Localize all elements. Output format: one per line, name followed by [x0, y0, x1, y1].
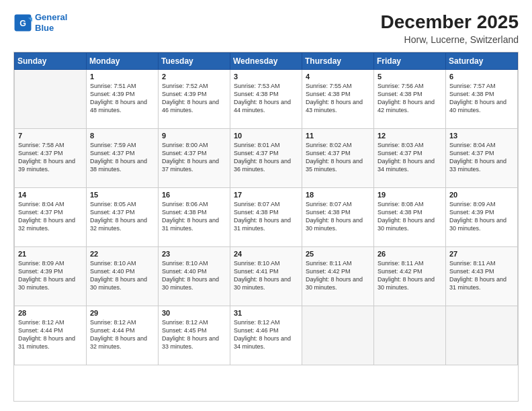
day-number: 28	[18, 309, 83, 317]
page: G General Blue December 2025 Horw, Lucer…	[0, 0, 532, 411]
week-row: 7Sunrise: 7:58 AMSunset: 4:37 PMDaylight…	[15, 128, 518, 187]
calendar-cell: 23Sunrise: 8:10 AMSunset: 4:40 PMDayligh…	[159, 246, 230, 306]
weekday-header: Sunday	[15, 52, 87, 69]
calendar-cell: 18Sunrise: 8:07 AMSunset: 4:38 PMDayligh…	[302, 187, 374, 246]
week-row: 14Sunrise: 8:04 AMSunset: 4:37 PMDayligh…	[15, 187, 518, 246]
calendar-cell: 30Sunrise: 8:12 AMSunset: 4:45 PMDayligh…	[159, 306, 230, 365]
weekday-header: Monday	[87, 52, 159, 69]
day-number: 29	[90, 309, 154, 317]
day-number: 1	[90, 73, 154, 81]
subtitle: Horw, Lucerne, Switzerland	[381, 34, 519, 45]
calendar-cell: 10Sunrise: 8:01 AMSunset: 4:37 PMDayligh…	[230, 128, 302, 187]
day-number: 25	[306, 250, 370, 258]
calendar-cell	[15, 69, 87, 128]
day-info: Sunrise: 8:11 AMSunset: 4:42 PMDaylight:…	[378, 259, 442, 292]
day-number: 27	[449, 250, 514, 258]
day-info: Sunrise: 8:10 AMSunset: 4:40 PMDaylight:…	[162, 259, 226, 292]
day-info: Sunrise: 8:03 AMSunset: 4:37 PMDaylight:…	[378, 141, 442, 174]
day-info: Sunrise: 7:57 AMSunset: 4:38 PMDaylight:…	[449, 82, 514, 115]
calendar-cell: 8Sunrise: 7:59 AMSunset: 4:37 PMDaylight…	[87, 128, 159, 187]
calendar-cell: 3Sunrise: 7:53 AMSunset: 4:38 PMDaylight…	[230, 69, 302, 128]
day-number: 22	[90, 250, 154, 258]
calendar-cell: 28Sunrise: 8:12 AMSunset: 4:44 PMDayligh…	[15, 306, 87, 365]
calendar-cell: 27Sunrise: 8:11 AMSunset: 4:43 PMDayligh…	[446, 246, 518, 306]
day-info: Sunrise: 7:52 AMSunset: 4:39 PMDaylight:…	[162, 82, 226, 115]
day-info: Sunrise: 8:04 AMSunset: 4:37 PMDaylight:…	[449, 141, 514, 174]
calendar-cell: 17Sunrise: 8:07 AMSunset: 4:38 PMDayligh…	[230, 187, 302, 246]
calendar-cell: 26Sunrise: 8:11 AMSunset: 4:42 PMDayligh…	[374, 246, 446, 306]
day-number: 13	[449, 132, 514, 140]
svg-text:G: G	[19, 18, 26, 28]
day-info: Sunrise: 7:53 AMSunset: 4:38 PMDaylight:…	[234, 82, 298, 115]
day-info: Sunrise: 8:11 AMSunset: 4:43 PMDaylight:…	[449, 259, 514, 292]
calendar-cell: 21Sunrise: 8:09 AMSunset: 4:39 PMDayligh…	[15, 246, 87, 306]
day-number: 11	[306, 132, 370, 140]
day-info: Sunrise: 7:59 AMSunset: 4:37 PMDaylight:…	[90, 141, 154, 174]
day-number: 19	[378, 191, 442, 199]
calendar-cell	[374, 306, 446, 365]
week-row: 28Sunrise: 8:12 AMSunset: 4:44 PMDayligh…	[15, 306, 518, 365]
day-number: 20	[449, 191, 514, 199]
day-info: Sunrise: 7:55 AMSunset: 4:38 PMDaylight:…	[306, 82, 370, 115]
calendar-cell: 4Sunrise: 7:55 AMSunset: 4:38 PMDaylight…	[302, 69, 374, 128]
day-info: Sunrise: 8:09 AMSunset: 4:39 PMDaylight:…	[449, 200, 514, 233]
calendar-cell: 22Sunrise: 8:10 AMSunset: 4:40 PMDayligh…	[87, 246, 159, 306]
day-number: 26	[378, 250, 442, 258]
calendar-cell: 7Sunrise: 7:58 AMSunset: 4:37 PMDaylight…	[15, 128, 87, 187]
calendar-header: SundayMondayTuesdayWednesdayThursdayFrid…	[15, 52, 518, 69]
logo-line2: Blue	[35, 23, 54, 33]
calendar-cell: 11Sunrise: 8:02 AMSunset: 4:37 PMDayligh…	[302, 128, 374, 187]
day-number: 17	[234, 191, 298, 199]
main-title: December 2025	[381, 12, 519, 33]
day-info: Sunrise: 8:10 AMSunset: 4:41 PMDaylight:…	[234, 259, 298, 292]
calendar-cell: 29Sunrise: 8:12 AMSunset: 4:44 PMDayligh…	[87, 306, 159, 365]
day-info: Sunrise: 8:12 AMSunset: 4:45 PMDaylight:…	[162, 318, 226, 351]
logo-icon: G	[13, 13, 32, 32]
day-number: 12	[378, 132, 442, 140]
calendar-cell: 15Sunrise: 8:05 AMSunset: 4:37 PMDayligh…	[87, 187, 159, 246]
day-info: Sunrise: 8:12 AMSunset: 4:44 PMDaylight:…	[18, 318, 83, 351]
day-info: Sunrise: 8:08 AMSunset: 4:38 PMDaylight:…	[378, 200, 442, 233]
day-number: 5	[378, 73, 442, 81]
calendar-cell: 5Sunrise: 7:56 AMSunset: 4:38 PMDaylight…	[374, 69, 446, 128]
day-number: 14	[18, 191, 83, 199]
day-number: 2	[162, 73, 226, 81]
day-info: Sunrise: 8:06 AMSunset: 4:38 PMDaylight:…	[162, 200, 226, 233]
day-number: 24	[234, 250, 298, 258]
day-info: Sunrise: 7:51 AMSunset: 4:39 PMDaylight:…	[90, 82, 154, 115]
day-info: Sunrise: 8:05 AMSunset: 4:37 PMDaylight:…	[90, 200, 154, 233]
calendar-cell: 19Sunrise: 8:08 AMSunset: 4:38 PMDayligh…	[374, 187, 446, 246]
day-number: 9	[162, 132, 226, 140]
week-row: 21Sunrise: 8:09 AMSunset: 4:39 PMDayligh…	[15, 246, 518, 306]
calendar-body: 1Sunrise: 7:51 AMSunset: 4:39 PMDaylight…	[15, 69, 518, 365]
day-number: 31	[234, 309, 298, 317]
header: G General Blue December 2025 Horw, Lucer…	[13, 12, 519, 45]
calendar-cell: 1Sunrise: 7:51 AMSunset: 4:39 PMDaylight…	[87, 69, 159, 128]
weekday-header: Friday	[374, 52, 446, 69]
weekday-header: Tuesday	[159, 52, 230, 69]
day-number: 16	[162, 191, 226, 199]
day-number: 8	[90, 132, 154, 140]
calendar-cell: 31Sunrise: 8:12 AMSunset: 4:46 PMDayligh…	[230, 306, 302, 365]
day-info: Sunrise: 8:01 AMSunset: 4:37 PMDaylight:…	[234, 141, 298, 174]
day-number: 7	[18, 132, 83, 140]
calendar-cell: 20Sunrise: 8:09 AMSunset: 4:39 PMDayligh…	[446, 187, 518, 246]
day-number: 3	[234, 73, 298, 81]
calendar-cell: 9Sunrise: 8:00 AMSunset: 4:37 PMDaylight…	[159, 128, 230, 187]
day-info: Sunrise: 7:58 AMSunset: 4:37 PMDaylight:…	[18, 141, 83, 174]
logo-text: General Blue	[35, 12, 67, 33]
calendar-cell	[446, 306, 518, 365]
calendar-cell: 12Sunrise: 8:03 AMSunset: 4:37 PMDayligh…	[374, 128, 446, 187]
day-info: Sunrise: 8:07 AMSunset: 4:38 PMDaylight:…	[306, 200, 370, 233]
weekday-header: Saturday	[446, 52, 518, 69]
day-number: 6	[449, 73, 514, 81]
day-info: Sunrise: 8:07 AMSunset: 4:38 PMDaylight:…	[234, 200, 298, 233]
calendar-cell: 14Sunrise: 8:04 AMSunset: 4:37 PMDayligh…	[15, 187, 87, 246]
logo-line1: General	[35, 12, 67, 22]
calendar: SundayMondayTuesdayWednesdayThursdayFrid…	[13, 52, 519, 402]
day-info: Sunrise: 8:09 AMSunset: 4:39 PMDaylight:…	[18, 259, 83, 292]
calendar-table: SundayMondayTuesdayWednesdayThursdayFrid…	[14, 52, 518, 365]
calendar-cell: 24Sunrise: 8:10 AMSunset: 4:41 PMDayligh…	[230, 246, 302, 306]
day-info: Sunrise: 8:10 AMSunset: 4:40 PMDaylight:…	[90, 259, 154, 292]
day-info: Sunrise: 8:02 AMSunset: 4:37 PMDaylight:…	[306, 141, 370, 174]
